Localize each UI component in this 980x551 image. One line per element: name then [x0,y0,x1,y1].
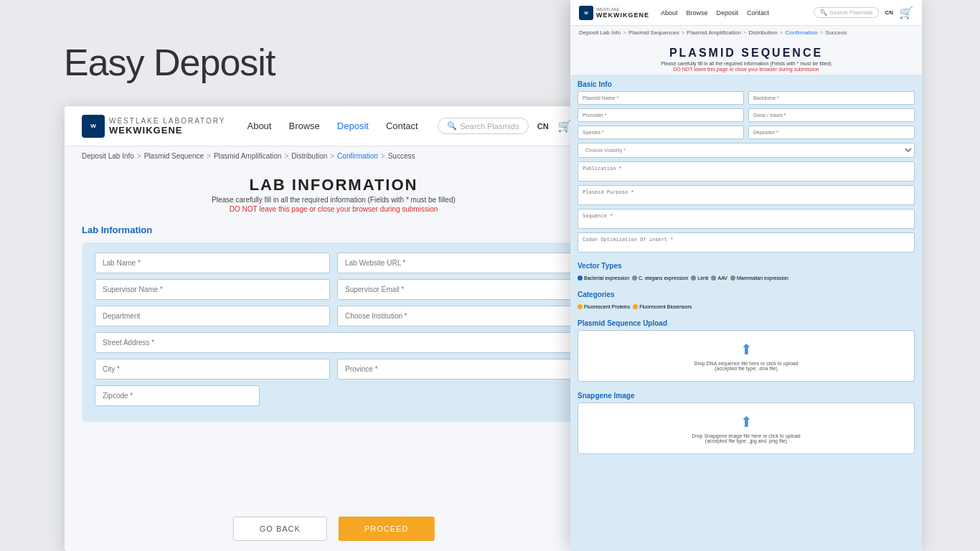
crumb-success[interactable]: Success [388,152,415,160]
front-breadcrumb: Deposit Lab Info > Plasmid Sequence > Pl… [65,146,603,166]
vector-tags: Bacterial expression C. elegans expressi… [578,273,915,285]
species-input[interactable] [578,126,744,139]
tag-bacterial[interactable]: Bacterial expression [578,276,629,281]
back-row-1 [578,91,915,105]
tag-dot-bacterial [578,276,583,281]
lab-info-title: LAB INFORMATION [65,176,603,194]
tag-label-bacterial: Bacterial expression [584,276,629,281]
publication-input[interactable] [578,161,915,182]
dna-upload-box[interactable]: ⬆ Drop DNA sequence file here or click t… [578,330,915,382]
snapgene-upload-box[interactable]: ⬆ Drop Snapgene image file here or click… [578,402,915,454]
category-tags: Fluorescent Proteins Fluorescent Biosens… [578,301,915,314]
back-search-box[interactable]: 🔍 Search Plasmids [814,7,879,18]
nav-deposit[interactable]: Deposit [337,121,369,131]
province-input[interactable] [337,359,573,380]
department-input[interactable] [95,306,330,326]
back-subtitle1: Please carefully fill in all the require… [570,61,922,66]
back-nav-browse[interactable]: Browse [687,9,708,17]
form-row-1 [95,253,573,273]
back-crumb-success[interactable]: Success [825,29,847,36]
back-crumb-plasmid[interactable]: Plasmid Sequences [628,29,679,36]
back-row-5 [578,161,915,182]
tag-lenti[interactable]: Lenti [691,276,708,281]
form-section-title: Lab Information [82,225,585,235]
back-crumb-deposit[interactable]: Deposit Lab Info [579,29,621,36]
backbone-input[interactable] [748,91,915,105]
city-input[interactable] [95,359,330,380]
tag-celegans[interactable]: C. elegans expression [632,276,688,281]
back-crumb-amplification[interactable]: Plasmid Amplification [687,29,741,36]
plasmid-name-input[interactable] [578,91,744,105]
codon-input[interactable] [578,232,915,253]
form-row-4 [95,332,573,353]
supervisor-email-input[interactable] [337,279,573,300]
sequence-input[interactable] [578,209,915,229]
front-nav-right: 🔍 Search Plasmids CN 🛒 0 [438,118,585,134]
crumb-plasmid[interactable]: Plasmid Sequence [144,152,204,160]
cart-icon[interactable]: 🛒 [557,119,572,133]
crumb-deposit[interactable]: Deposit Lab Info [82,152,134,160]
back-search-icon: 🔍 [820,9,827,16]
front-search-box[interactable]: 🔍 Search Plasmids [438,118,529,134]
tag-label-celegans: C. elegans expression [639,276,688,281]
institution-input[interactable] [337,306,573,326]
tag-aav[interactable]: AAV [711,276,727,281]
tag-label-mammalian: Mammalian expression [737,276,788,281]
supervisor-name-input[interactable] [95,279,330,300]
back-card: W WESTLAKE WEKWIKGENE About Browse Depos… [570,0,922,551]
tag-label-fp: Fluorescent Proteins [584,304,630,309]
form-row-5 [95,359,573,380]
tag-label-lenti: Lenti [697,276,708,281]
upload-text-1: Drop DNA sequence file here or click to … [588,361,904,371]
back-logo-text: WEKWIKGENE [596,11,649,19]
proceed-button[interactable]: PROCEED [339,517,434,541]
lab-website-input[interactable] [337,253,573,273]
back-row-4: Choose Visibility * [578,143,915,158]
back-nav-links: About Browse Deposit Contact [661,9,769,17]
back-nav-cn[interactable]: CN [885,9,893,16]
back-row-3 [578,126,915,139]
front-card: W WESTLAKE LABORATORY WEKWIKGENE About B… [65,106,603,551]
subtitle1: Please carefully fill in all the require… [65,196,603,204]
vector-types-title: Vector Types [578,256,915,273]
lab-name-input[interactable] [95,253,330,273]
promoter-input[interactable] [578,108,744,122]
front-logo: W WESTLAKE LABORATORY WEKWIKGENE [82,115,225,138]
nav-contact[interactable]: Contact [386,121,418,131]
visibility-select[interactable]: Choose Visibility * [578,143,915,158]
crumb-amplification[interactable]: Plasmid Amplification [214,152,281,160]
tag-dot-aav [711,276,716,281]
crumb-distribution[interactable]: Distribution [291,152,327,160]
plasmid-purpose-input[interactable] [578,185,915,205]
crumb-confirmation[interactable]: Confirmation [337,152,378,160]
nav-browse[interactable]: Browse [288,121,319,131]
depositor-input[interactable] [748,126,915,139]
go-back-button[interactable]: GO BACK [233,517,327,541]
tag-fp[interactable]: Fluorescent Proteins [578,304,630,309]
back-row-6 [578,185,915,205]
back-cart-icon[interactable]: 🛒 [899,6,913,19]
front-navbar: W WESTLAKE LABORATORY WEKWIKGENE About B… [65,106,603,146]
zipcode-input[interactable] [95,385,260,406]
tag-dot-mammalian [730,276,735,281]
tag-mammalian[interactable]: Mammalian expression [730,276,788,281]
street-address-input[interactable] [95,332,573,353]
tag-dot-fp [578,304,583,309]
upload-text-2: Drop Snapgene image file here or click t… [588,433,904,443]
back-nav-about[interactable]: About [661,9,678,17]
snapgene-title: Snapgene Image [578,386,915,402]
back-nav-contact[interactable]: Contact [747,9,769,17]
form-card [82,242,585,422]
back-crumb-confirmation[interactable]: Confirmation [785,29,817,36]
tag-fb[interactable]: Fluorescent Biosensors [633,304,692,309]
back-crumb-distribution[interactable]: Distribution [749,29,778,36]
logo-sub: WESTLAKE LABORATORY [109,117,225,125]
nav-about[interactable]: About [247,121,271,131]
gene-insert-input[interactable] [748,108,915,122]
back-logo-icon: W [579,6,593,20]
basic-info-title: Basic Info [578,75,915,91]
tag-label-aav: AAV [717,276,727,281]
page-title: Easy Deposit [64,41,275,84]
back-nav-deposit[interactable]: Deposit [717,9,739,17]
front-nav-cn[interactable]: CN [537,122,549,131]
